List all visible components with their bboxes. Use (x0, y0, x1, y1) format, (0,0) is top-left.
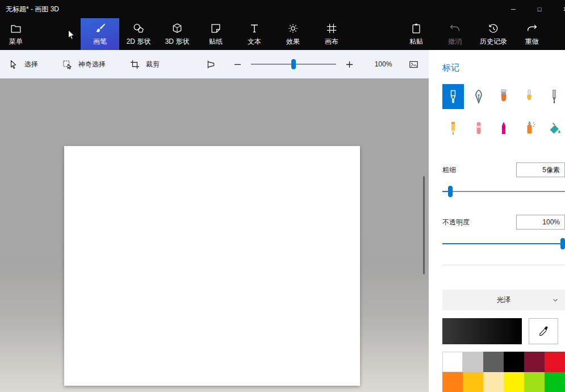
ribbon-tab-brushes[interactable]: 画笔 (81, 18, 119, 50)
paint3d-app: { "accent": "#0078d7", "titlebar": { "ti… (0, 0, 565, 392)
undo-icon (449, 22, 461, 35)
sticker-icon (210, 22, 222, 35)
ribbon-tab-paste[interactable]: 粘贴 (397, 18, 436, 50)
opacity-slider-thumb[interactable] (560, 238, 565, 249)
ribbon-tab-undo[interactable]: 撤消 (436, 18, 474, 50)
palette-swatch-10[interactable] (524, 372, 545, 392)
calligraphy-pen-icon (472, 89, 486, 105)
thickness-slider[interactable] (442, 186, 565, 197)
spray-can-icon (522, 120, 536, 136)
palette-swatch-0[interactable] (442, 352, 463, 372)
window-controls: ─□✕ (500, 0, 565, 18)
ribbon-tab-shapes-3d[interactable]: 3D 形状 (158, 18, 196, 50)
pencil-icon (446, 120, 460, 136)
selection-tools: 选择神奇选择裁剪 (8, 59, 183, 70)
thickness-slider-thumb[interactable] (448, 186, 453, 197)
opacity-slider[interactable] (442, 238, 565, 249)
palette-swatch-7[interactable] (463, 372, 483, 392)
minimize-button[interactable]: ─ (500, 0, 526, 18)
ribbon-tab-menu[interactable]: 菜单 (0, 18, 32, 50)
palette-swatch-11[interactable] (545, 372, 565, 392)
palette-swatch-3[interactable] (504, 352, 524, 372)
brush-calligraphy-pen[interactable] (468, 84, 489, 109)
ribbon-tab-label: 2D 形状 (127, 37, 151, 47)
opacity-slider-fill (442, 243, 565, 244)
tool-label: 选择 (24, 60, 38, 69)
ribbon-tab-effects[interactable]: 效果 (274, 18, 312, 50)
crayon-icon (497, 120, 510, 136)
zoom-out-button[interactable] (232, 59, 243, 70)
zoom-in-button[interactable] (344, 59, 355, 70)
brush-crayon[interactable] (493, 116, 514, 141)
opacity-label: 不透明度 (442, 218, 470, 227)
ribbon-tab-canvas[interactable]: 画布 (312, 18, 351, 50)
ribbon-tab-history[interactable]: 历史记录 (474, 18, 513, 50)
tool-select[interactable]: 选择 (8, 59, 38, 70)
zoom-controls: 100% (206, 50, 419, 78)
cube-icon (171, 22, 183, 35)
fit-image-icon[interactable] (408, 59, 419, 70)
ribbon-tab-label: 画笔 (93, 37, 107, 47)
ribbon-tab-redo[interactable]: 重做 (513, 18, 551, 50)
ribbon-tab-label: 撤消 (448, 37, 462, 47)
thickness-slider-track (442, 191, 565, 192)
brush-watercolor[interactable] (518, 84, 540, 109)
select-icon (8, 59, 19, 70)
thickness-label: 粗细 (442, 165, 456, 175)
folder-icon (10, 22, 22, 35)
history-icon (487, 22, 500, 35)
palette-swatch-9[interactable] (504, 372, 524, 392)
sun-icon (287, 22, 299, 35)
vertical-scrollbar[interactable] (423, 176, 425, 274)
finish-dropdown[interactable]: 光泽 (442, 290, 565, 310)
close-button[interactable]: ✕ (553, 0, 565, 18)
palette-swatch-1[interactable] (463, 352, 483, 372)
thickness-input[interactable] (516, 162, 565, 177)
brush-eraser[interactable] (468, 116, 489, 141)
brush-spray-can[interactable] (518, 116, 540, 141)
brush-pixel-pen[interactable] (543, 84, 565, 109)
palette-swatch-8[interactable] (483, 372, 504, 392)
shapes-2d-icon (132, 22, 145, 35)
finish-dropdown-value: 光泽 (497, 295, 511, 305)
perspective-icon[interactable] (206, 59, 216, 70)
ribbon-tab-label: 3D 形状 (165, 37, 190, 47)
thickness-slider-fill (442, 191, 449, 192)
crop-icon (129, 59, 140, 70)
zoom-slider-thumb[interactable] (291, 59, 296, 69)
window-title: 无标题* - 画图 3D (0, 5, 59, 14)
opacity-input[interactable] (516, 215, 565, 230)
palette-swatch-5[interactable] (545, 352, 565, 372)
current-color-row (442, 318, 565, 344)
ribbon-tab-text[interactable]: 文本 (235, 18, 274, 50)
ribbon-tab-label: 贴纸 (209, 37, 223, 47)
zoom-value[interactable]: 100% (371, 60, 396, 68)
eraser-icon (472, 120, 486, 136)
panel-title: 标记 (442, 62, 565, 73)
maximize-button[interactable]: □ (526, 0, 553, 18)
chevron-down-icon (551, 296, 559, 304)
brush-pencil[interactable] (442, 116, 464, 141)
palette-swatch-2[interactable] (483, 352, 504, 372)
magic-select-icon (62, 59, 73, 70)
ribbon-tab-stickers[interactable]: 贴纸 (196, 18, 235, 50)
ribbon-tab-shapes-2d[interactable]: 2D 形状 (119, 18, 158, 50)
zoom-slider[interactable] (251, 59, 336, 70)
palette-swatch-6[interactable] (442, 372, 463, 392)
redo-icon (526, 22, 538, 35)
eyedropper-button[interactable] (529, 318, 558, 344)
tool-crop[interactable]: 裁剪 (129, 59, 160, 70)
ribbon-tab-label: 画布 (325, 37, 338, 47)
current-color-swatch[interactable] (442, 318, 522, 344)
brush-fill[interactable] (543, 116, 565, 141)
ribbon-toolbar: 菜单画笔2D 形状3D 形状贴纸文本效果画布粘贴撤消历史记录重做 (0, 18, 565, 50)
color-palette (442, 352, 565, 392)
brush-marker[interactable] (442, 84, 464, 109)
tool-magic-select[interactable]: 神奇选择 (62, 59, 106, 70)
drawing-canvas[interactable] (64, 146, 360, 386)
tool-options-bar: 选择神奇选择裁剪 100% (0, 50, 429, 78)
brush-oil-brush[interactable] (493, 84, 514, 109)
tool-label: 裁剪 (146, 60, 160, 69)
palette-swatch-4[interactable] (524, 352, 545, 372)
ribbon-tab-label: 文本 (248, 37, 261, 47)
